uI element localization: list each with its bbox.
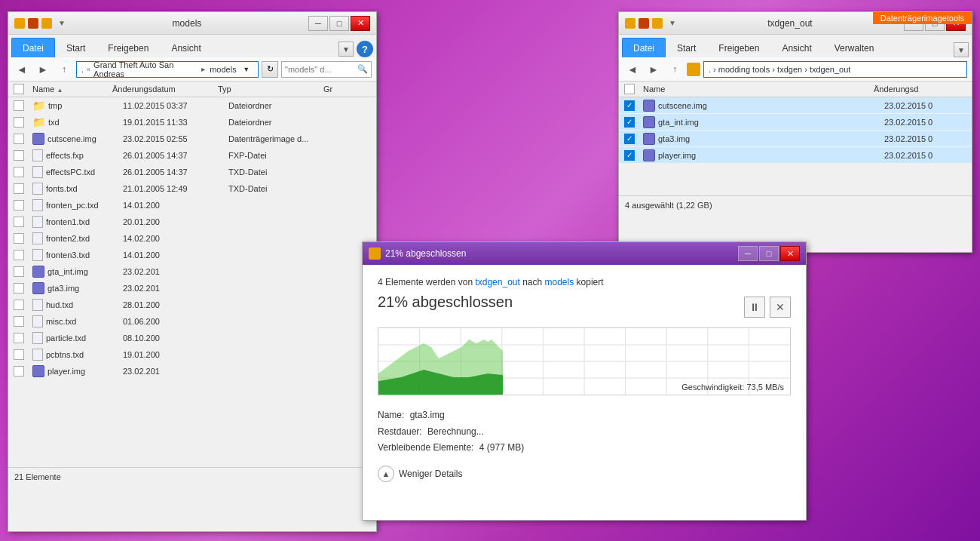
models-ribbon-collapse-btn[interactable]: ▼ <box>338 41 354 57</box>
models-file-row[interactable]: 📁 txd 19.01.2015 11:33 Dateiordner <box>8 114 376 131</box>
right-file-row[interactable]: ✓ cutscene.img 23.02.2015 0 <box>619 97 972 114</box>
right-file-row[interactable]: ✓ gta_int.img 23.02.2015 0 <box>619 114 972 131</box>
right-tab-freigeben[interactable]: Freigeben <box>707 38 770 57</box>
right-tab-start[interactable]: Start <box>666 38 707 57</box>
file-checkbox[interactable] <box>14 349 24 360</box>
models-file-row[interactable]: fronten3.txd 14.01.200 <box>8 247 376 263</box>
models-file-row[interactable]: effects.fxp 26.01.2005 14:37 FXP-Datei <box>8 147 376 164</box>
models-file-row[interactable]: fronten2.txd 14.02.200 <box>8 230 376 247</box>
models-forward-btn[interactable]: ► <box>34 60 52 78</box>
progress-chart: Geschwindigkeit: 73,5 MB/s <box>378 327 791 395</box>
models-col-type[interactable]: Typ <box>215 83 320 95</box>
models-select-all-checkbox[interactable] <box>14 84 24 94</box>
right-file-checkbox[interactable]: ✓ <box>624 134 635 144</box>
models-file-row[interactable]: gta3.img 23.02.201 <box>8 280 376 297</box>
file-checkbox[interactable] <box>14 100 24 111</box>
models-file-row[interactable]: particle.txd 08.10.200 <box>8 330 376 346</box>
right-address-path[interactable]: . › modding tools › txdgen › txdgen_out <box>703 61 967 78</box>
models-refresh-btn[interactable]: ↻ <box>262 61 278 78</box>
less-details-label: Weniger Details <box>399 469 462 479</box>
models-minimize-btn[interactable]: ─ <box>308 16 328 31</box>
right-select-all-checkbox[interactable] <box>624 84 635 94</box>
models-file-row[interactable]: fronten1.txd 20.01.200 <box>8 214 376 230</box>
models-file-row[interactable]: effectsPC.txd 26.01.2005 14:37 TXD-Datei <box>8 164 376 180</box>
models-file-row[interactable]: misc.txd 01.06.200 <box>8 313 376 330</box>
progress-dest-link[interactable]: models <box>545 277 574 287</box>
file-checkbox[interactable] <box>14 150 24 161</box>
file-name-text: cutscene.img <box>47 134 96 143</box>
progress-minimize-btn[interactable]: ─ <box>738 246 758 261</box>
models-path-dropdown[interactable]: ▼ <box>240 62 253 77</box>
models-up-btn[interactable]: ↑ <box>55 60 73 78</box>
right-col-name[interactable]: Name <box>640 83 871 95</box>
progress-name-label: Name: <box>378 410 404 420</box>
models-col-date[interactable]: Änderungsdatum <box>109 83 215 95</box>
file-checkbox[interactable] <box>14 366 24 377</box>
right-list-header: Name Änderungsd <box>619 81 972 97</box>
file-checkbox[interactable] <box>14 316 24 327</box>
file-checkbox[interactable] <box>14 233 24 244</box>
models-file-row[interactable]: player.img 23.02.201 <box>8 363 376 380</box>
models-tab-freigeben[interactable]: Freigeben <box>96 38 160 57</box>
file-checkbox[interactable] <box>14 333 24 343</box>
right-file-checkbox[interactable]: ✓ <box>624 100 635 111</box>
models-maximize-btn[interactable]: □ <box>329 16 349 31</box>
models-file-row[interactable]: hud.txd 28.01.200 <box>8 297 376 313</box>
progress-maximize-btn[interactable]: □ <box>759 246 779 261</box>
models-address-path[interactable]: . « Grand Theft Auto San Andreas ► model… <box>76 61 259 78</box>
file-checkbox[interactable] <box>14 250 24 260</box>
file-checkbox[interactable] <box>14 167 24 177</box>
progress-stop-btn[interactable]: ✕ <box>770 297 791 318</box>
file-checkbox[interactable] <box>14 117 24 128</box>
models-file-row[interactable]: fonts.txd 21.01.2005 12:49 TXD-Datei <box>8 180 376 197</box>
file-checkbox[interactable] <box>14 200 24 211</box>
models-file-row[interactable]: pcbtns.txd 19.01.200 <box>8 346 376 363</box>
right-forward-btn[interactable]: ► <box>645 60 663 78</box>
right-tab-ansicht[interactable]: Ansicht <box>770 38 822 57</box>
right-tab-verwalten[interactable]: Verwalten <box>823 38 886 57</box>
right-file-row[interactable]: ✓ gta3.img 23.02.2015 0 <box>619 131 972 147</box>
file-checkbox[interactable] <box>14 183 24 194</box>
models-address-bar: ◄ ► ↑ . « Grand Theft Auto San Andreas ►… <box>8 57 376 81</box>
right-back-btn[interactable]: ◄ <box>623 60 642 78</box>
file-type: FXP-Datei <box>225 151 331 160</box>
right-tab-datei[interactable]: Datei <box>622 38 666 57</box>
right-up-btn[interactable]: ↑ <box>666 60 684 78</box>
file-checkbox[interactable] <box>14 300 24 310</box>
models-file-row[interactable]: cutscene.img 23.02.2015 02:55 Datenträge… <box>8 131 376 147</box>
right-path-modding: . › modding tools › txdgen › txdgen_out <box>709 65 850 74</box>
progress-source-link[interactable]: txdgen_out <box>475 277 519 287</box>
models-col-size[interactable]: Gr <box>320 83 366 95</box>
models-file-row[interactable]: 📁 tmp 11.02.2015 03:37 Dateiordner <box>8 97 376 114</box>
right-col-date[interactable]: Änderungsd <box>871 83 961 95</box>
progress-close-btn[interactable]: ✕ <box>780 246 800 261</box>
right-file-checkbox[interactable]: ✓ <box>624 150 635 161</box>
right-ribbon-collapse[interactable]: ▼ <box>954 42 969 57</box>
file-date: 23.02.201 <box>120 267 225 276</box>
models-col-name[interactable]: Name ▲ <box>29 83 109 95</box>
file-checkbox[interactable] <box>14 217 24 227</box>
right-file-checkbox[interactable]: ✓ <box>624 117 635 128</box>
less-details-btn[interactable]: ▲ Weniger Details <box>378 466 791 482</box>
progress-pause-btn[interactable]: ⏸ <box>744 297 765 318</box>
models-search-box[interactable]: 🔍 <box>281 61 372 78</box>
models-search-input[interactable] <box>285 65 356 74</box>
file-checkbox[interactable] <box>14 266 24 277</box>
progress-title-bar: 21% abgeschlossen ─ □ ✕ <box>363 242 806 265</box>
models-tab-datei[interactable]: Datei <box>11 38 55 57</box>
models-back-btn[interactable]: ◄ <box>13 60 31 78</box>
file-checkbox[interactable] <box>14 283 24 294</box>
models-tab-start[interactable]: Start <box>55 38 96 57</box>
models-close-btn[interactable]: ✕ <box>351 16 370 31</box>
file-checkbox[interactable] <box>14 134 24 144</box>
right-file-row[interactable]: ✓ player.img 23.02.2015 0 <box>619 147 972 164</box>
file-icon <box>32 199 43 211</box>
models-file-row[interactable]: gta_int.img 23.02.201 <box>8 263 376 280</box>
img-icon <box>643 133 655 145</box>
file-icon <box>32 299 43 311</box>
file-name-text: player.img <box>47 367 85 376</box>
models-help-btn[interactable]: ? <box>357 41 373 57</box>
models-file-row[interactable]: fronten_pc.txd 14.01.200 <box>8 197 376 214</box>
file-icon <box>32 332 43 344</box>
models-tab-ansicht[interactable]: Ansicht <box>160 38 212 57</box>
